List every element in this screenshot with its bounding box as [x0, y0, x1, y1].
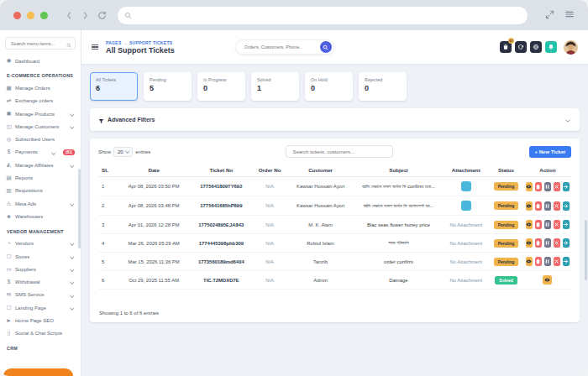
sidebar-item-social-chat-scripts[interactable]: ▯ Social & Chat Scripts — [0, 327, 81, 340]
chevron-down-icon — [70, 242, 74, 246]
sidebar-item-sms-service[interactable]: ✉ SMS Service — [0, 289, 81, 301]
sidebar-cta-button[interactable] — [3, 368, 73, 376]
stat-card-pending[interactable]: Pending 5 — [144, 72, 192, 101]
stat-card-on-hold[interactable]: On Hold 0 — [305, 72, 353, 101]
chevron-down-icon — [70, 306, 74, 310]
open-ticket-button[interactable] — [563, 201, 570, 211]
sidebar-item-dashboard[interactable]: ◉ Dashboard — [0, 55, 81, 67]
pos-count-badge: 61 — [508, 38, 514, 44]
sidebar-item-payments[interactable]: $ Payments (81) — [0, 146, 81, 159]
notifications-button[interactable] — [545, 41, 557, 53]
sidebar-item-meta-ads[interactable]: ◬ Meta Ads — [0, 197, 81, 210]
breadcrumb[interactable]: PAGES→SUPPORT TICKETS — [106, 40, 175, 45]
expand-icon[interactable] — [545, 8, 554, 23]
products-icon: ▣ — [6, 111, 12, 117]
sidebar-item-vendors[interactable]: ◔ Vendors — [0, 238, 81, 250]
reload-icon[interactable] — [97, 11, 107, 20]
delete-ticket-button[interactable] — [535, 257, 542, 266]
meta-ads-icon: ◬ — [6, 201, 12, 206]
open-ticket-button[interactable] — [563, 220, 570, 229]
open-ticket-button[interactable] — [563, 182, 570, 191]
search-submit-button[interactable] — [320, 41, 332, 53]
open-ticket-button[interactable] — [563, 257, 570, 266]
hold-ticket-button[interactable] — [544, 257, 551, 266]
back-icon[interactable] — [66, 12, 73, 19]
view-ticket-button[interactable] — [543, 275, 552, 285]
chevron-down-icon — [70, 293, 74, 297]
url-bar[interactable] — [118, 7, 528, 24]
table-row: 5 Mar 15, 2026 11:36 PM 1773560189md6404… — [98, 253, 571, 271]
sidebar-item-warehouses[interactable]: ◈ Warehouses — [0, 210, 81, 222]
view-ticket-button[interactable] — [526, 257, 533, 266]
reject-ticket-button[interactable] — [554, 182, 560, 191]
hold-ticket-button[interactable] — [544, 220, 551, 229]
new-ticket-button[interactable]: + New Ticket — [529, 146, 571, 158]
view-ticket-button[interactable] — [526, 201, 533, 211]
browser-menu-icon[interactable] — [564, 8, 575, 23]
sidebar-item-suppliers[interactable]: ▭ Suppliers — [0, 263, 81, 275]
reject-ticket-button[interactable] — [554, 201, 560, 211]
sidebar-search[interactable] — [5, 37, 76, 50]
stat-card-solved[interactable]: Solved 1 — [251, 72, 299, 101]
hold-ticket-button[interactable] — [544, 201, 551, 211]
delete-ticket-button[interactable] — [535, 182, 542, 191]
sidebar-item-exchange-orders[interactable]: ⇄ Exchange orders — [0, 95, 81, 107]
website-button[interactable] — [530, 41, 542, 53]
page-scrollbar-thumb[interactable] — [585, 220, 588, 280]
stat-card-all-tickets[interactable]: All Tickets 6 — [90, 72, 138, 101]
delete-ticket-button[interactable] — [535, 238, 542, 248]
sidebar-item-stores[interactable]: ▢ Stores — [0, 250, 81, 263]
delete-ticket-button[interactable] — [535, 201, 542, 211]
sidebar-item-home-page-seo[interactable]: ► Home Page SEO — [0, 314, 81, 326]
view-ticket-button[interactable] — [526, 238, 533, 248]
sidebar-item-withdrawal[interactable]: $ Withdrawal — [0, 275, 81, 288]
view-ticket-button[interactable] — [526, 182, 533, 191]
sidebar-item-manage-products[interactable]: ▣ Manage Products — [0, 107, 81, 120]
forward-icon[interactable] — [81, 12, 89, 19]
sidebar-item-requisitions[interactable]: ▥ Requisitions — [0, 185, 81, 197]
sidebar-item-manage-affiliates[interactable]: ◭ Manage Affiliates — [0, 159, 81, 171]
sidebar-item-landing-page[interactable]: ▢ Landing Page — [0, 301, 81, 314]
sidebar-search-input[interactable] — [9, 40, 66, 47]
status-badge: Pending — [494, 221, 519, 229]
page-size-select[interactable]: 20 — [113, 147, 133, 157]
user-avatar[interactable] — [564, 40, 578, 55]
open-ticket-button[interactable] — [563, 238, 570, 248]
stat-card-rejected[interactable]: Rejected 0 — [359, 72, 407, 101]
search-icon — [124, 8, 132, 23]
sidebar-item-reports[interactable]: ▤ Reports — [0, 171, 81, 184]
window-close-button[interactable] — [13, 12, 21, 19]
chevron-down-icon — [564, 112, 571, 128]
window-minimize-button[interactable] — [27, 12, 34, 19]
section-heading-crm: CRM — [0, 340, 81, 354]
pos-button[interactable]: 61 — [500, 41, 512, 53]
reject-ticket-button[interactable] — [554, 257, 560, 266]
url-input[interactable] — [135, 12, 521, 19]
sidebar-scrollbar-thumb[interactable] — [78, 169, 81, 248]
stat-card-in-progress[interactable]: In Progress 0 — [197, 72, 245, 101]
global-search-input[interactable] — [243, 44, 320, 50]
delete-ticket-button[interactable] — [535, 220, 542, 229]
menu-toggle-icon[interactable] — [92, 44, 98, 50]
subscribed-users-icon: ◎ — [6, 137, 12, 143]
sync-button[interactable] — [515, 41, 527, 53]
attachment-download-button[interactable] — [461, 201, 471, 211]
chevron-down-icon — [70, 267, 74, 271]
affiliates-icon: ◭ — [6, 162, 12, 168]
global-search[interactable] — [235, 39, 334, 55]
sidebar-item-subscribed-users[interactable]: ◎ Subscribed Users — [0, 133, 81, 145]
sidebar-item-manage-customers[interactable]: ◫ Manage Customers — [0, 120, 81, 133]
hold-ticket-button[interactable] — [544, 238, 551, 248]
reject-ticket-button[interactable] — [554, 238, 560, 248]
view-ticket-button[interactable] — [526, 220, 533, 229]
window-zoom-button[interactable] — [40, 12, 48, 19]
hold-ticket-button[interactable] — [544, 182, 551, 191]
sidebar-item-manage-orders[interactable]: ▦ Manage Orders — [0, 81, 81, 94]
vendors-icon: ◔ — [6, 241, 12, 247]
table-search-input[interactable] — [291, 149, 388, 155]
advanced-filters-toggle[interactable]: Advanced Filters — [90, 108, 580, 131]
table-search[interactable] — [286, 145, 393, 158]
reject-ticket-button[interactable] — [554, 220, 560, 229]
page-content: All Tickets 6 Pending 5 In Progress 0 So… — [81, 64, 588, 376]
attachment-download-button[interactable] — [461, 181, 471, 191]
